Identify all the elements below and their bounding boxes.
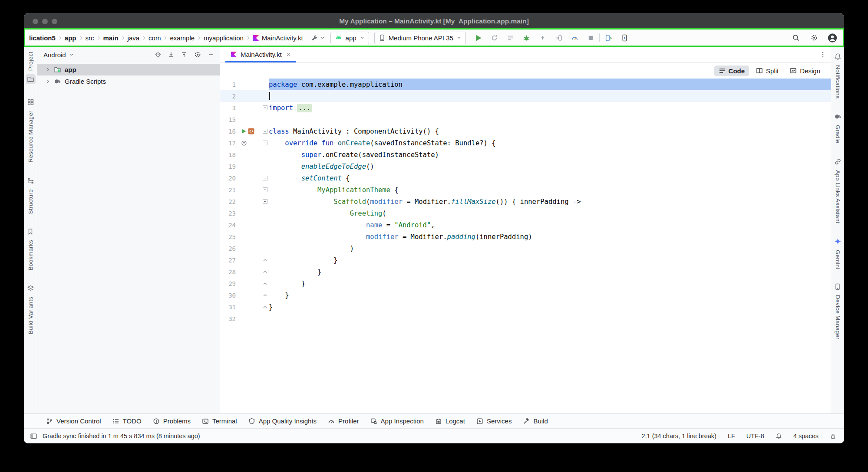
breadcrumb-item-example[interactable]: example — [168, 33, 196, 43]
account-avatar[interactable] — [828, 33, 837, 43]
expand-all-button[interactable] — [168, 51, 175, 58]
compose-icon[interactable] — [248, 128, 254, 134]
tool-window-terminal[interactable]: Terminal — [196, 414, 243, 428]
sidebar-item-resource-manager[interactable]: Resource Manager — [26, 97, 36, 163]
tool-window-logcat[interactable]: Logcat — [429, 414, 471, 428]
code-line-23[interactable]: 23 Greeting( — [220, 207, 831, 219]
sidebar-item-gradle[interactable]: Gradle — [833, 111, 843, 143]
code-text[interactable]: MyApplicationTheme { — [269, 184, 831, 196]
override-icon[interactable] — [241, 140, 247, 146]
code-line-29[interactable]: 29 } — [220, 278, 831, 289]
sidebar-item-gemini[interactable]: Gemini — [833, 236, 843, 269]
run-button[interactable] — [474, 33, 483, 43]
code-text[interactable]: override fun onCreate(savedInstanceState… — [269, 137, 831, 149]
breadcrumb-item-lication5[interactable]: lication5 — [27, 33, 57, 43]
apply-changes-button[interactable] — [490, 33, 499, 43]
fold-marker[interactable] — [261, 293, 269, 298]
code-line-26[interactable]: 26 ) — [220, 243, 831, 254]
code-line-32[interactable]: 32 — [220, 313, 831, 324]
code-line-17[interactable]: 17 override fun onCreate(savedInstanceSt… — [220, 137, 831, 149]
minimize-window-button[interactable] — [42, 19, 48, 24]
code-line-1[interactable]: 1package com.example.myapplication — [220, 79, 831, 90]
close-tab-icon[interactable]: × — [287, 51, 291, 58]
tool-window-services[interactable]: Services — [471, 414, 518, 428]
sidebar-item-bookmarks[interactable]: Bookmarks — [26, 227, 35, 270]
code-line-18[interactable]: 18 super.onCreate(savedInstanceState) — [220, 149, 831, 161]
running-devices-button[interactable] — [620, 33, 630, 43]
sidebar-item-device-manager[interactable]: Device Manager — [833, 282, 842, 340]
code-text[interactable]: } — [269, 278, 831, 289]
breadcrumb-item-src[interactable]: src — [84, 33, 96, 43]
run-line-icon[interactable] — [241, 128, 247, 134]
fold-marker[interactable] — [261, 305, 269, 309]
breadcrumb-item-app[interactable]: app — [63, 33, 78, 43]
code-line-16[interactable]: 16class MainActivity : ComponentActivity… — [220, 125, 831, 137]
tab-mainactivity[interactable]: MainActivity.kt × — [225, 46, 296, 62]
code-line-27[interactable]: 27 } — [220, 254, 831, 266]
breadcrumb-item-main[interactable]: main — [102, 33, 120, 43]
chevron-down-icon[interactable] — [69, 52, 74, 57]
fold-marker[interactable] — [261, 258, 269, 262]
encoding-indicator[interactable]: UTF-8 — [746, 433, 764, 439]
code-text[interactable]: Scaffold(modifier = Modifier.fillMaxSize… — [269, 196, 831, 207]
hide-panel-button[interactable] — [208, 51, 215, 58]
code-text[interactable] — [269, 313, 831, 324]
close-window-button[interactable] — [33, 19, 38, 24]
code-text[interactable]: } — [269, 254, 831, 266]
code-line-28[interactable]: 28 } — [220, 266, 831, 278]
tab-options-icon[interactable] — [819, 51, 826, 58]
code-line-30[interactable]: 30 } — [220, 289, 831, 301]
breadcrumb-item-mainactivity-kt[interactable]: MainActivity.kt — [251, 33, 305, 43]
panel-options-button[interactable] — [194, 51, 201, 59]
tool-window-build[interactable]: Build — [517, 414, 553, 428]
line-ending-indicator[interactable]: LF — [728, 433, 735, 439]
code-text[interactable] — [269, 90, 831, 102]
breadcrumb-item-java[interactable]: java — [126, 33, 142, 43]
fold-marker[interactable] — [261, 105, 269, 110]
device-selector-dropdown[interactable]: Medium Phone API 35 — [374, 32, 466, 44]
code-line-21[interactable]: 21 MyApplicationTheme { — [220, 184, 831, 196]
code-text[interactable]: ) — [269, 243, 831, 254]
breadcrumb-item-myapplication[interactable]: myapplication — [202, 33, 245, 43]
code-line-3[interactable]: 3import ... — [220, 102, 831, 114]
tool-window-version-control[interactable]: Version Control — [40, 414, 107, 428]
debug-button[interactable] — [522, 33, 531, 43]
code-line-2[interactable]: 2 — [220, 90, 831, 102]
fold-marker[interactable] — [261, 141, 269, 145]
chevron-right-icon[interactable] — [45, 67, 50, 72]
code-text[interactable] — [269, 114, 831, 125]
breadcrumb-item-com[interactable]: com — [147, 33, 162, 43]
project-view-dropdown[interactable]: Android — [43, 51, 66, 59]
code-area[interactable]: 1package com.example.myapplication23impo… — [220, 79, 831, 413]
indent-indicator[interactable]: 4 spaces — [793, 433, 818, 439]
tool-window-problems[interactable]: Problems — [147, 414, 196, 428]
code-text[interactable]: class MainActivity : ComponentActivity()… — [269, 125, 831, 137]
code-line-20[interactable]: 20 setContent { — [220, 172, 831, 184]
sidebar-item-structure[interactable]: Structure — [26, 176, 36, 214]
code-line-25[interactable]: 25 modifier = Modifier.padding(innerPadd… — [220, 231, 831, 243]
sidebar-item-project[interactable]: Project — [26, 52, 36, 84]
code-text[interactable]: import ... — [269, 102, 831, 114]
sidebar-item-app-links-assistant[interactable]: App Links Assistant — [833, 157, 843, 223]
locate-file-button[interactable] — [155, 51, 162, 58]
view-mode-code[interactable]: Code — [714, 66, 749, 76]
code-line-24[interactable]: 24 name = "Android", — [220, 219, 831, 231]
view-mode-split[interactable]: Split — [752, 66, 783, 76]
fold-marker[interactable] — [261, 281, 269, 286]
code-text[interactable]: modifier = Modifier.padding(innerPadding… — [269, 231, 831, 243]
layout-panels-icon[interactable] — [30, 433, 37, 440]
code-text[interactable]: } — [269, 289, 831, 301]
notifications-icon[interactable] — [776, 433, 782, 439]
code-line-22[interactable]: 22 Scaffold(modifier = Modifier.fillMaxS… — [220, 196, 831, 207]
code-text[interactable]: } — [269, 301, 831, 313]
fold-marker[interactable] — [261, 199, 269, 204]
code-text[interactable]: Greeting( — [269, 207, 831, 219]
stop-button[interactable] — [586, 33, 596, 43]
fold-marker[interactable] — [261, 269, 269, 274]
fold-marker[interactable] — [261, 129, 269, 134]
code-text[interactable]: super.onCreate(savedInstanceState) — [269, 149, 831, 161]
code-line-31[interactable]: 31} — [220, 301, 831, 313]
tools-dropdown[interactable] — [311, 34, 325, 42]
fold-marker[interactable] — [261, 187, 269, 192]
code-text[interactable]: package com.example.myapplication — [269, 79, 831, 90]
